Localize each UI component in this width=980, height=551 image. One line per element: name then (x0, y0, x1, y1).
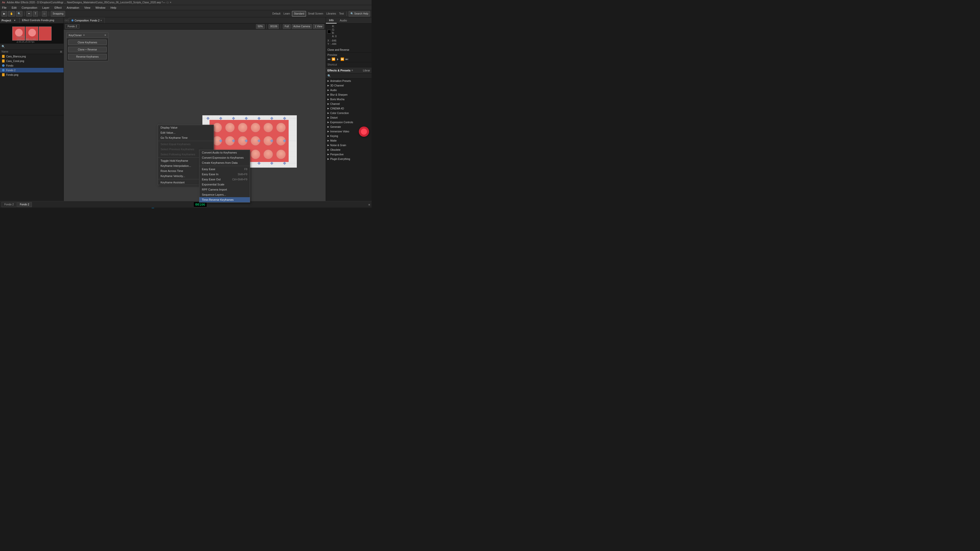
ctx-edit-value[interactable]: Edit Value... (158, 130, 213, 135)
effects-menu[interactable]: ≡ (352, 69, 353, 72)
workspace-small-screen[interactable]: Small Screen (307, 12, 324, 15)
tab-info[interactable]: Info (326, 17, 337, 24)
menu-file[interactable]: File (1, 6, 8, 9)
project-tab[interactable]: Project (2, 19, 11, 22)
effects-item-audio[interactable]: ▶ Audio (326, 88, 372, 92)
sub-ctx-time-reverse[interactable]: Time-Reverse Keyframes (199, 197, 250, 202)
tab-audio[interactable]: Audio (337, 17, 350, 24)
tab-composition-fondo2[interactable]: Composition: Fondo 2 ≡ (68, 18, 105, 23)
effects-item-matte[interactable]: ▶ Matte (326, 138, 372, 143)
menu-help[interactable]: Help (110, 6, 118, 9)
effects-item-cinema4d[interactable]: ▶ CINEMA 4D (326, 106, 372, 111)
menu-window[interactable]: Window (94, 6, 107, 9)
key-cloner-header[interactable]: KeyCloner ≡ × (67, 32, 108, 38)
sub-ctx-seq-layers[interactable]: Sequence Layers... (199, 192, 250, 197)
effects-item-noise-grain[interactable]: ▶ Noise & Grain (326, 143, 372, 148)
workspace-libraries[interactable]: Libraries (325, 12, 337, 15)
effects-item-animation-presets[interactable]: ▶ Animation Presets (326, 79, 372, 83)
list-item[interactable]: Fondo.png (0, 73, 64, 77)
preview-prev-btn[interactable]: ⏪ (331, 57, 335, 61)
project-search-input[interactable] (6, 45, 62, 48)
effects-search[interactable]: 🔍 (326, 73, 372, 79)
title-bar-controls[interactable]: — □ × (163, 1, 172, 4)
sub-ctx-easy-ease-in[interactable]: Easy Ease In Shift+F9 (199, 171, 250, 177)
select-tool[interactable]: ▶ (2, 11, 7, 17)
project-search[interactable]: 🔍 (0, 44, 64, 49)
close-btn[interactable]: × (170, 1, 172, 4)
menu-composition[interactable]: Composition (21, 6, 38, 9)
zoom-selector[interactable]: 50% (256, 24, 265, 29)
effects-item-color-correction[interactable]: ▶ Color Correction (326, 111, 372, 115)
menu-effect[interactable]: Effect (53, 6, 62, 9)
sub-ctx-easy-ease-out[interactable]: Easy Ease Out Ctrl+Shift+F9 (199, 177, 250, 182)
timecode-display[interactable]: 00106 (193, 202, 207, 207)
effects-item-channel[interactable]: ▶ Channel (326, 102, 372, 106)
sub-ctx-create-from-data[interactable]: Create Keyframes from Data (199, 160, 250, 165)
effects-tab[interactable]: Effects & Presets (328, 69, 351, 72)
library-tab[interactable]: Librar (363, 69, 370, 72)
menu-view[interactable]: View (83, 6, 91, 9)
expand-icon[interactable]: ⊞ (60, 50, 62, 53)
effect-controls-tab[interactable]: Effect Controls Fondo.png (22, 19, 54, 22)
minimize-btn[interactable]: — (163, 1, 165, 4)
b-label: B: (332, 32, 334, 35)
search-help[interactable]: 🔍 Search Help (348, 11, 370, 17)
list-item-selected[interactable]: Fondo 2 (0, 68, 64, 73)
preview-next-btn[interactable]: ⏩ (340, 57, 344, 61)
menu-layer[interactable]: Layer (41, 6, 51, 9)
list-item[interactable]: Fondo (0, 63, 64, 68)
workspace-test[interactable]: Test (338, 12, 345, 15)
effects-item-boris-mocha[interactable]: ▶ Boris Mocha (326, 97, 372, 102)
camera-selector[interactable]: Active Camera (292, 24, 312, 29)
preview-last-btn[interactable]: ⏭ (345, 57, 348, 61)
arrow-icon: ▶ (328, 116, 329, 119)
sub-ctx-rpf-camera[interactable]: RPF Camera Import (199, 187, 250, 192)
effects-item-perspective[interactable]: ▶ Perspective (326, 152, 372, 157)
sub-context-menu[interactable]: Convert Audio to Keyframes Convert Expre… (199, 150, 250, 203)
list-item[interactable]: Cara_Coral.png (0, 59, 64, 63)
reverse-keyframes-btn[interactable]: Reverse Keyframes (68, 54, 107, 59)
effects-item-blur-sharpen[interactable]: ▶ Blur & Sharpen (326, 92, 372, 97)
timeline-area: Fondo 2 Fondo 2 00106 ≡ Source Name Mode… (0, 201, 372, 208)
ctx-display-value[interactable]: Display Value (158, 125, 213, 130)
snapping-toggle[interactable]: Snapping (51, 11, 65, 17)
effects-item-3d-channel[interactable]: ▶ 3D Channel (326, 83, 372, 88)
effects-item-obsolete[interactable]: ▶ Obsolete (326, 148, 372, 152)
effects-item-plugin-everything[interactable]: ▶ Plugin Everything (326, 157, 372, 161)
effects-item-distort[interactable]: ▶ Distort (326, 115, 372, 120)
hand-tool[interactable]: ✋ (8, 11, 15, 17)
easy-ease-out-shortcut: Ctrl+Shift+F9 (232, 178, 247, 181)
menu-edit[interactable]: Edit (11, 6, 18, 9)
list-item[interactable]: Cara_Blanca.png (0, 54, 64, 59)
timecode-display[interactable]: 00106 (269, 24, 279, 29)
preview-first-btn[interactable]: ⏮ (328, 57, 331, 61)
text-tool[interactable]: T (33, 11, 38, 17)
sub-ctx-easy-ease[interactable]: Easy Ease F9 (199, 167, 250, 171)
comp-tab-menu[interactable]: ≡ (100, 19, 102, 22)
timeline-options-btn[interactable]: ≡ (369, 203, 370, 206)
zoom-tool[interactable]: 🔍 (16, 11, 22, 17)
effects-search-input[interactable] (332, 75, 370, 77)
menu-animation[interactable]: Animation (65, 6, 80, 9)
timeline-tab-fondo2[interactable]: Fondo 2 (17, 202, 32, 207)
ctx-go-to-keyframe[interactable]: Go To Keyframe Time (158, 135, 213, 140)
effects-item-expression-controls[interactable]: ▶ Expression Controls (326, 120, 372, 124)
key-cloner-close-btn[interactable]: × (104, 33, 106, 37)
sub-ctx-convert-expr[interactable]: Convert Expression to Keyframes (199, 155, 250, 160)
red-circle-button[interactable] (359, 127, 369, 137)
views-selector[interactable]: 1 View (313, 24, 324, 29)
timeline-tab-fondo[interactable]: Fondo 2 (2, 202, 17, 207)
workspace-default[interactable]: Default (271, 12, 282, 15)
clone-keyframes-btn[interactable]: Clone Keyframes (68, 40, 107, 45)
workspace-learn[interactable]: Learn (283, 12, 291, 15)
clone-reverse-btn[interactable]: Clone + Reverse (68, 47, 107, 52)
quality-selector[interactable]: Full (283, 24, 290, 29)
pen-tool[interactable]: ✒ (26, 11, 32, 17)
maximize-btn[interactable]: □ (167, 1, 169, 4)
workspace-standard[interactable]: Standard (292, 11, 306, 17)
sub-ctx-exp-scale[interactable]: Exponential Scale (199, 182, 250, 187)
shape-tool[interactable]: □ (42, 11, 47, 17)
sub-ctx-convert-audio[interactable]: Convert Audio to Keyframes (199, 150, 250, 155)
key-cloner-menu-icon[interactable]: ≡ (83, 34, 85, 37)
preview-play-btn[interactable]: ⏵ (336, 57, 339, 61)
